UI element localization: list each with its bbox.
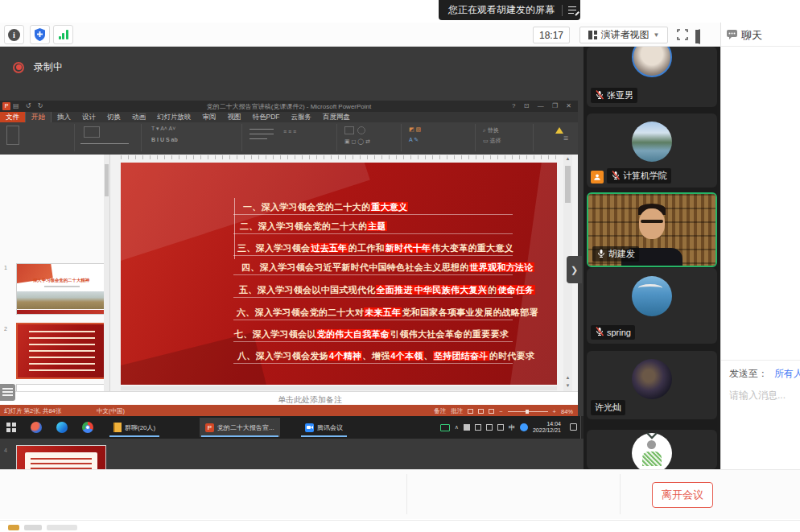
- meeting-info-button[interactable]: i: [4, 25, 24, 44]
- current-slide: 一、深入学习领会党的二十大的重大意义二、深入学习领会党的二十大的主题三、深入学习…: [121, 163, 557, 385]
- chevron-down-icon: ▼: [654, 31, 660, 39]
- slide-line-6: 六、深入学习领会党的二十大对未来五年党和国家各项事业发展的战略部署: [237, 307, 538, 319]
- edge-icon[interactable]: [56, 422, 68, 433]
- participant-tile-spring[interactable]: spring: [587, 268, 717, 344]
- volume-icon[interactable]: [475, 424, 481, 431]
- side-panel-button[interactable]: [699, 30, 700, 44]
- floating-menu-handle[interactable]: [0, 384, 15, 401]
- battery-icon[interactable]: [464, 424, 470, 431]
- security-button[interactable]: [30, 25, 50, 44]
- ribbon-tab-1[interactable]: 文件: [0, 112, 25, 122]
- ribbon-tab-7[interactable]: 幻灯片放映: [151, 112, 197, 122]
- ribbon-tab-9[interactable]: 视图: [222, 112, 247, 122]
- avatar: [632, 47, 672, 77]
- slideshow-icon[interactable]: [489, 409, 494, 414]
- comments-button[interactable]: 批注: [451, 407, 463, 415]
- slide-counter: 幻灯片 第2张, 共84张: [4, 407, 61, 415]
- layout-icon: [588, 31, 597, 39]
- slide-thumbnail-2-selected[interactable]: [16, 323, 106, 379]
- chat-input[interactable]: 请输入消息...: [729, 389, 786, 402]
- ribbon-tab-12[interactable]: 百度网盘: [317, 112, 356, 122]
- screen-share-indicator-icon[interactable]: [440, 424, 450, 431]
- slide-line-7: 七、深入学习领会以党的伟大自我革命引领伟大社会革命的重要要求: [234, 328, 509, 340]
- ppt-status-bar: 幻灯片 第2张, 共84张 中文(中国) 备注 批注 − + 84%: [0, 405, 578, 416]
- participants-panel: 张亚男计算机学院胡建发spring许光灿: [584, 47, 720, 469]
- signal-bars-icon: [59, 30, 68, 39]
- participant-tile-许光灿[interactable]: 许光灿: [587, 351, 717, 419]
- language-indicator: 中文(中国): [97, 407, 125, 415]
- ppt-document-area: 1 深入学习领会党的二十大精神 2 3 一、深入学习领会党的二十大的重大意义: [0, 155, 578, 391]
- view-mode-button[interactable]: 演讲者视图 ▼: [579, 27, 668, 43]
- avatar: [632, 276, 672, 316]
- taskbar-clock[interactable]: 14:04 2022/12/21: [533, 421, 561, 434]
- ribbon-tab-8[interactable]: 审阅: [197, 112, 222, 122]
- meeting-control-bar: 离开会议: [0, 469, 800, 519]
- ribbon-tab-10[interactable]: 特色PDF: [247, 112, 286, 122]
- ribbon-tab-6[interactable]: 动画: [126, 112, 151, 122]
- taskbar-item-3[interactable]: 腾讯会议: [299, 418, 348, 437]
- participant-name-badge: 计算机学院: [607, 168, 671, 184]
- watching-banner: 您正在观看胡建发的屏幕: [439, 0, 580, 20]
- send-to-selector[interactable]: 所有人: [774, 368, 800, 379]
- slide-horizontal-scrollbar[interactable]: [121, 386, 557, 390]
- zoom-slider[interactable]: [508, 411, 548, 412]
- slide-line-2: 二、深入学习领会党的二十大的主题: [240, 221, 387, 233]
- notes-button[interactable]: 备注: [434, 407, 446, 415]
- folder-icon: [113, 423, 122, 432]
- slide-thumbnail-1[interactable]: 深入学习领会党的二十大精神: [16, 263, 106, 315]
- meeting-app: 您正在观看胡建发的屏幕 i 18:17 演讲者视图 ▼: [0, 0, 800, 532]
- ribbon-tab-4[interactable]: 设计: [76, 112, 101, 122]
- tray-chevron-icon[interactable]: ∧: [455, 424, 459, 431]
- slide-line-8: 八、深入学习领会发扬4个精神、增强4个本领、坚持团结奋斗的时代要求: [237, 350, 534, 362]
- slide-divider: [233, 214, 513, 215]
- network-icon[interactable]: [486, 424, 493, 431]
- record-dot-icon: [13, 62, 24, 73]
- action-center-icon[interactable]: [570, 423, 577, 431]
- slide-sorter-icon[interactable]: [478, 409, 484, 414]
- annotation-menu-icon[interactable]: [568, 6, 579, 14]
- zoom-level[interactable]: 84%: [561, 408, 573, 415]
- taskbar-app-icon[interactable]: [31, 422, 42, 433]
- sidebar-collapse-handle[interactable]: ❯: [567, 256, 582, 283]
- ppt-window-controls[interactable]: ? ⊡ — ❐ ✕: [512, 102, 575, 109]
- keyboard-icon[interactable]: [497, 424, 504, 431]
- ribbon-tab-3[interactable]: 插入: [52, 112, 76, 122]
- slide-divider: [233, 274, 513, 275]
- watching-banner-text: 您正在观看胡建发的屏幕: [439, 3, 555, 17]
- ime-indicator[interactable]: 中: [509, 423, 515, 432]
- participant-tile-胡建发[interactable]: 胡建发: [587, 192, 717, 267]
- paste-icon[interactable]: [6, 126, 19, 145]
- weather-tray-icon[interactable]: [520, 423, 528, 431]
- taskbar-item-2[interactable]: P党的二十大报告宣...: [200, 418, 280, 437]
- normal-view-icon[interactable]: [468, 409, 473, 414]
- mic-muted-icon: [611, 171, 621, 182]
- fullscreen-button[interactable]: [677, 29, 688, 43]
- network-quality-button[interactable]: [53, 25, 73, 44]
- participant-tile-张亚男[interactable]: 张亚男: [587, 47, 717, 107]
- shared-screen-area: 录制中 P ▤ ↺ ↻ 党的二十大报告宣讲稿(党课课件2) - Microsof…: [0, 47, 584, 469]
- shape-circle-icon[interactable]: [357, 126, 365, 134]
- zoom-in-button[interactable]: +: [553, 408, 556, 415]
- new-slide-icon[interactable]: [84, 126, 100, 138]
- slide-divider: [233, 341, 513, 342]
- participant-tile-more[interactable]: [587, 430, 717, 469]
- ribbon-tab-2[interactable]: 开始: [25, 112, 52, 122]
- zoom-out-button[interactable]: −: [499, 408, 502, 415]
- send-to-label: 发送至：: [729, 368, 768, 379]
- ribbon-tab-5[interactable]: 切换: [101, 112, 126, 122]
- taskbar-item-1[interactable]: 群聊(20人): [108, 418, 161, 437]
- start-button[interactable]: [6, 423, 16, 432]
- chrome-icon[interactable]: [82, 422, 93, 433]
- thumbnail-scrollbar[interactable]: [104, 155, 109, 391]
- slide-line-4: 四、深入学习领会习近平新时代中国特色社会主义思想的世界观和方法论: [241, 262, 534, 274]
- slide-line-3: 三、深入学习领会过去五年的工作和新时代十年伟大变革的重大意义: [237, 242, 513, 254]
- system-tray: ∧ 中 14:04 2022/12/21: [440, 416, 561, 439]
- warning-icon: [555, 127, 563, 134]
- mic-muted-icon: [595, 90, 604, 101]
- notes-pane[interactable]: 单击此处添加备注: [0, 391, 578, 405]
- shape-rect-icon[interactable]: [344, 126, 354, 134]
- participant-tile-计算机学院[interactable]: 计算机学院: [587, 113, 717, 188]
- leave-meeting-button[interactable]: 离开会议: [652, 482, 713, 508]
- host-badge-icon: [591, 171, 604, 184]
- ribbon-tab-11[interactable]: 云服务: [286, 112, 318, 122]
